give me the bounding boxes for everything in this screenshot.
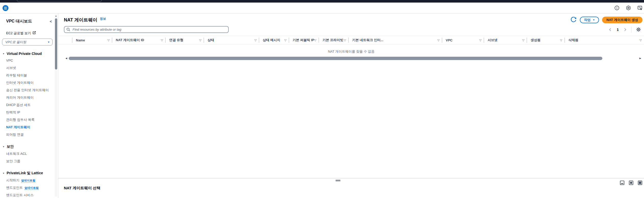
column-header[interactable]: 연결 유형▽ (166, 36, 204, 44)
select-all-column-header[interactable] (59, 36, 72, 44)
split-panel-drag-handle[interactable] (336, 180, 340, 182)
refresh-button[interactable] (570, 17, 577, 23)
sidebar-section-header[interactable]: ▼PrivateLink 및 Lattice (3, 171, 50, 176)
chevron-down-icon: ▼ (48, 41, 50, 43)
ec2-global-view-link[interactable]: EC2 글로벌 보기 (6, 31, 50, 36)
sidebar-item[interactable]: DHCP 옵션 세트 (6, 101, 50, 109)
sidebar-item[interactable]: VPC (6, 57, 50, 64)
sidebar-section-header[interactable]: ▼보안 (3, 144, 50, 149)
column-filter-icon[interactable]: ▽ (479, 39, 484, 42)
column-header[interactable]: 상태▽ (204, 36, 259, 44)
sidebar-item[interactable]: NAT 게이트웨이 (6, 123, 50, 131)
horizontal-scrollbar-thumb[interactable] (69, 57, 602, 60)
sidebar-item[interactable]: 엔드포인트 서비스 (6, 191, 50, 198)
split-panel-title: NAT 게이트웨이 선택 (59, 178, 644, 191)
section-label: Virtual Private Cloud (7, 52, 42, 56)
section-label: 보안 (7, 144, 14, 149)
sidebar-scrollbar-thumb[interactable] (55, 18, 57, 69)
sidebar-collapse-icon[interactable]: < (50, 19, 52, 24)
create-nat-gateway-button[interactable]: NAT 게이트웨이 생성 (602, 17, 642, 23)
column-header[interactable]: NAT 게이트웨이 ID▽ (112, 36, 166, 44)
column-header[interactable]: 기본 퍼블릭 IPv4 ...▽ (289, 36, 319, 44)
column-filter-icon[interactable]: ▽ (284, 39, 289, 42)
column-header[interactable]: 기본 네트워크 인터...▽ (349, 36, 442, 44)
column-header[interactable]: 서브넷▽ (484, 36, 527, 44)
sidebar-item[interactable]: 엔드포인트업데이트됨 (6, 184, 50, 191)
sidebar-item[interactable]: 송신 전용 인터넷 게이트웨이 (6, 86, 50, 94)
chevron-down-icon: ▼ (593, 19, 595, 21)
section-collapse-icon: ▼ (3, 53, 5, 55)
info-link[interactable]: 정보 (100, 17, 106, 21)
pagination-next-icon[interactable] (623, 27, 627, 32)
feedback-panel-icon[interactable] (637, 5, 642, 10)
sidebar-item[interactable]: 캐리어 게이트웨이 (6, 94, 50, 101)
section-label: PrivateLink 및 Lattice (7, 171, 43, 176)
column-header[interactable]: VPC▽ (442, 36, 484, 44)
column-filter-icon[interactable]: ▽ (108, 39, 112, 42)
column-filter-icon[interactable]: ▽ (199, 39, 204, 42)
hamburger-menu-icon[interactable] (3, 5, 8, 11)
panel-split-layout-icon[interactable] (629, 181, 633, 185)
sidebar-title: VPC 대시보드 (6, 19, 32, 24)
column-header[interactable]: 생성됨▽ (527, 36, 565, 44)
section-collapse-icon: ▼ (3, 146, 5, 148)
detail-split-panel: NAT 게이트웨이 선택 (59, 178, 644, 198)
column-filter-icon[interactable]: ▽ (344, 39, 349, 42)
sidebar-item[interactable]: 관리형 접두사 목록 (6, 116, 50, 123)
sidebar-section: ▼보안네트워크 ACL보안 그룹 (6, 144, 50, 165)
sidebar-section: ▼Virtual Private CloudVPC서브넷라우팅 테이블인터넷 게… (6, 52, 50, 138)
updated-badge: 업데이트됨 (25, 186, 39, 190)
sidebar-item[interactable]: 라우팅 테이블 (6, 72, 50, 79)
sidebar-item[interactable]: 인터넷 게이트웨이 (6, 79, 50, 86)
panel-full-layout-icon[interactable] (638, 181, 642, 185)
hscroll-left-icon[interactable]: ◀ (65, 57, 68, 60)
column-header[interactable]: 기본 프라이빗 IPv4...▽ (319, 36, 349, 44)
nat-gateway-table: Name▽NAT 게이트웨이 ID▽연결 유형▽상태▽상태 메시지▽기본 퍼블릭… (59, 36, 644, 61)
table-settings-gear-icon[interactable] (636, 27, 641, 32)
column-filter-icon[interactable]: ▽ (255, 39, 259, 42)
updated-badge: 업데이트됨 (21, 179, 35, 182)
vpc-filter-select[interactable]: VPC로 필터링 ▼ (2, 39, 53, 45)
console-search-box[interactable] (17, 0, 102, 2)
column-header[interactable]: 삭제됨▽ (565, 36, 644, 44)
vpc-sidebar: VPC 대시보드 < EC2 글로벌 보기 VPC로 필터링 ▼ ▼Virtua… (0, 14, 58, 198)
sidebar-section: ▼PrivateLink 및 Lattice시작하기업데이트됨엔드포인트업데이트… (6, 171, 50, 198)
hscroll-right-icon[interactable]: ▶ (639, 57, 642, 60)
section-collapse-icon: ▼ (3, 172, 5, 174)
column-filter-icon[interactable]: ▽ (438, 39, 442, 42)
actions-button[interactable]: 작업▼ (580, 17, 599, 23)
panel-bottom-layout-icon[interactable] (620, 181, 624, 185)
sidebar-scroll-up-icon[interactable]: ▲ (55, 15, 57, 17)
page-title: NAT 게이트웨이 (64, 17, 97, 23)
page-number[interactable]: 1 (615, 28, 621, 32)
top-navigation-bar (0, 0, 644, 3)
divider (631, 27, 631, 33)
sidebar-item[interactable]: 보안 그룹 (6, 157, 50, 165)
column-filter-icon[interactable]: ▽ (161, 39, 166, 42)
sidebar-item[interactable]: 시작하기업데이트됨 (6, 177, 50, 184)
app-bar (0, 3, 644, 14)
cloudshell-hexagon-icon[interactable] (626, 5, 631, 10)
main-content: NAT 게이트웨이 정보 작업▼ NAT 게이트웨이 생성 1 (59, 14, 644, 198)
column-filter-icon[interactable]: ▽ (560, 39, 565, 42)
column-filter-icon[interactable]: ▽ (314, 39, 319, 42)
resource-search-input[interactable] (64, 26, 229, 33)
external-link-icon (32, 31, 36, 35)
sidebar-item[interactable]: 서브넷 (6, 64, 50, 72)
column-header[interactable]: 상태 메시지▽ (259, 36, 289, 44)
sidebar-item[interactable]: 피어링 연결 (6, 131, 50, 138)
sidebar-item[interactable]: 탄력적 IP (6, 109, 50, 116)
table-empty-message: NAT 게이트웨이를 찾을 수 없음 (59, 44, 644, 56)
sidebar-item[interactable]: 네트워크 ACL (6, 150, 50, 157)
column-header[interactable]: Name▽ (72, 36, 112, 44)
column-filter-icon[interactable]: ▽ (522, 39, 527, 42)
search-icon (66, 28, 70, 32)
info-icon[interactable] (614, 5, 619, 10)
pagination-prev-icon[interactable] (608, 27, 612, 32)
sidebar-section-header[interactable]: ▼Virtual Private Cloud (3, 52, 50, 56)
column-filter-icon[interactable]: ▽ (640, 39, 644, 42)
